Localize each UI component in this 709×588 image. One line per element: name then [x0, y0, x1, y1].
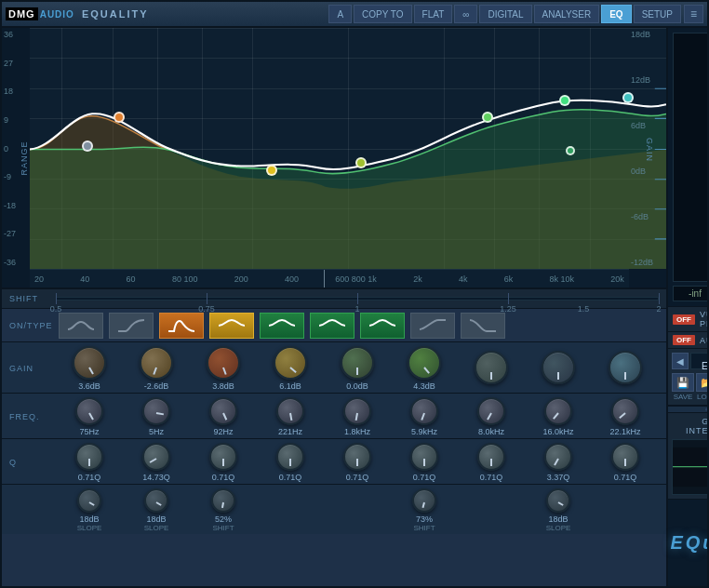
- btn-analyser[interactable]: ANALYSER: [534, 5, 600, 23]
- btn-eq[interactable]: EQ: [601, 5, 631, 23]
- gain-q-display[interactable]: [672, 439, 707, 495]
- freq-value-8: 16.0kHz: [542, 427, 573, 436]
- gain-knob-2[interactable]: [140, 346, 173, 380]
- slope-knob-3[interactable]: [211, 488, 235, 513]
- band-btn-3[interactable]: [159, 313, 204, 339]
- q-knob-6[interactable]: [410, 443, 438, 471]
- btn-link[interactable]: ∞: [454, 5, 477, 23]
- vu-meter-pre-badge: OFF: [673, 314, 695, 325]
- gain-knob-6[interactable]: [408, 346, 441, 380]
- slope-knob-7[interactable]: [412, 488, 436, 513]
- vu-row-17: -45: [677, 215, 707, 223]
- freq-knob-2[interactable]: [142, 397, 170, 425]
- menu-button[interactable]: ≡: [684, 5, 703, 23]
- shift-slider[interactable]: 0.5 0.75 1 1.25 1.5 2: [56, 297, 659, 301]
- freq-knob-group-4: 221Hz: [257, 397, 324, 436]
- slope-knob-9[interactable]: [546, 488, 570, 513]
- slope-label-7: SHIFT: [413, 524, 435, 532]
- q-knob-group-3: 0.71Q: [190, 443, 257, 482]
- freq-value-4: 221Hz: [278, 427, 302, 436]
- slope-knob-group-1: 18dB SLOPE: [56, 488, 123, 532]
- load-button[interactable]: 📂 LOAD: [696, 373, 707, 401]
- btn-flat[interactable]: FLAT: [414, 5, 453, 23]
- freq-knob-4[interactable]: [276, 397, 304, 425]
- gain-knob-5[interactable]: [341, 346, 374, 380]
- eq-handle-3[interactable]: [266, 165, 277, 176]
- eq-handle-8[interactable]: [566, 146, 575, 155]
- band-btn-5[interactable]: [260, 313, 304, 339]
- q-knob-8[interactable]: [544, 443, 572, 471]
- freq-knob-3[interactable]: [209, 397, 237, 425]
- band-btn-1[interactable]: [59, 313, 103, 339]
- freq-value-3: 92Hz: [213, 427, 233, 436]
- band-icon-2: [116, 316, 146, 335]
- slope-knob-2[interactable]: [144, 488, 168, 513]
- band-btn-7[interactable]: [360, 313, 405, 339]
- btn-copy-to[interactable]: COPY TO: [354, 5, 411, 23]
- vu-meter-pre-row[interactable]: OFF VU METER PRE: [668, 307, 707, 332]
- q-knob-1[interactable]: [75, 443, 103, 471]
- gain-knob-group-8: [525, 351, 592, 386]
- eq-display-inner[interactable]: [30, 28, 666, 269]
- gain-knob-1[interactable]: [73, 346, 106, 380]
- slope-row: 18dB SLOPE 18dB SLOPE 52% SHIFT: [2, 485, 666, 534]
- load-icon: 📂: [696, 373, 707, 392]
- eq-handle-6[interactable]: [559, 95, 570, 106]
- vu-readout-left: -inf: [673, 286, 707, 301]
- btn-a[interactable]: A: [328, 5, 352, 23]
- logo-audio: AUDIO: [40, 9, 74, 20]
- eq-handle-5[interactable]: [482, 112, 493, 123]
- freq-knob-6[interactable]: [410, 397, 438, 425]
- eq-handle-4[interactable]: [355, 157, 367, 168]
- band-btn-9[interactable]: [461, 313, 505, 339]
- band-icon-4: [217, 316, 247, 335]
- save-label: SAVE: [674, 393, 693, 401]
- btn-setup[interactable]: SETUP: [634, 5, 681, 23]
- db-label-neg6: -6dB: [631, 212, 664, 221]
- q-knob-9[interactable]: [611, 443, 639, 471]
- slope-knob-1[interactable]: [77, 488, 101, 513]
- auto-listen-row[interactable]: OFF AUTO-LISTEN: [668, 332, 707, 349]
- q-knob-7[interactable]: [477, 443, 505, 471]
- q-knob-4[interactable]: [276, 443, 304, 471]
- q-value-3: 0.71Q: [212, 473, 235, 482]
- freq-knob-8[interactable]: [544, 397, 572, 425]
- eq-handle-2[interactable]: [114, 112, 125, 123]
- freq-knob-1[interactable]: [75, 397, 103, 425]
- gain-knob-4[interactable]: [274, 346, 307, 380]
- gain-knob-8[interactable]: [542, 351, 575, 384]
- gain-knob-group-3: 3.8dB: [190, 346, 257, 391]
- q-knob-5[interactable]: [343, 443, 371, 471]
- eq-display[interactable]: 36 27 18 9 0 -9 -18 -27 -36 RANGE: [2, 28, 666, 288]
- preset-prev-button[interactable]: ◀: [672, 353, 689, 369]
- preset-actions: 💾 SAVE 📂 LOAD ↩ UNDO ↪ REDO: [672, 373, 707, 401]
- band-btn-8[interactable]: [410, 313, 455, 339]
- gain-value-1: 3.6dB: [78, 381, 100, 391]
- gain-knob-3[interactable]: [207, 346, 240, 380]
- q-value-7: 0.71Q: [480, 473, 503, 482]
- gain-knob-7[interactable]: [475, 351, 508, 384]
- save-button[interactable]: 💾 SAVE: [672, 373, 694, 401]
- vu-row-9: -1: [677, 125, 707, 133]
- db-label-6: 6dB: [631, 121, 664, 130]
- freq-600: 600 800 1k: [335, 274, 377, 284]
- freq-knob-7[interactable]: [477, 397, 505, 425]
- gain-value-6: 4.3dB: [413, 381, 435, 391]
- band-btn-2[interactable]: [109, 313, 154, 339]
- freq-knob-9[interactable]: [611, 397, 639, 425]
- band-btn-6[interactable]: [310, 313, 354, 339]
- slope-value-1: 18dB: [79, 514, 99, 524]
- q-knob-3[interactable]: [209, 443, 237, 471]
- q-value-2: 14.73Q: [142, 473, 170, 482]
- gain-knob-9[interactable]: [609, 351, 642, 384]
- btn-digital[interactable]: DIGITAL: [479, 5, 531, 23]
- band-btn-4[interactable]: [209, 313, 254, 339]
- scale-neg18: -18: [4, 201, 28, 210]
- playhead: [324, 270, 325, 287]
- q-knob-2[interactable]: [142, 443, 170, 471]
- resize-handle[interactable]: [668, 406, 707, 413]
- freq-row: FREQ. 75Hz 5Hz 92Hz: [2, 394, 666, 439]
- eq-handle-1[interactable]: [82, 140, 93, 152]
- slope-knob-group-7: 73% SHIFT: [391, 488, 458, 532]
- freq-knob-5[interactable]: [343, 397, 371, 425]
